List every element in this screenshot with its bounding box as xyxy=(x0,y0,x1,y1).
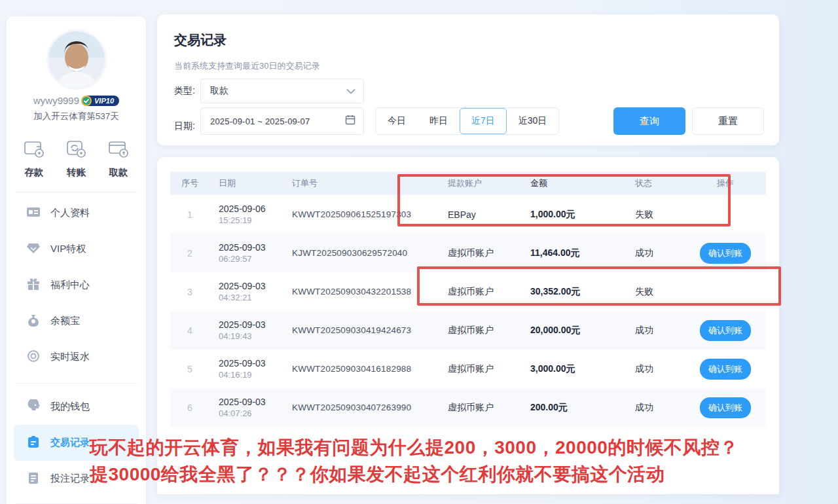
transaction-table: 序号 日期 订单号 提款账户 金额 状态 操作 1 2025-09-06 15:… xyxy=(170,171,766,427)
cell-amount: 11,464.00元 xyxy=(522,247,619,259)
col-header-no: 序号 xyxy=(170,177,210,189)
cell-amount: 30,352.00元 xyxy=(522,286,619,298)
query-button[interactable]: 查询 xyxy=(613,107,685,135)
cell-status: 成功 xyxy=(619,325,685,336)
cell-withdraw-account: 虚拟币账户 xyxy=(439,363,522,375)
sidebar: wywy9999 VIP10 加入开云体育第537天 xyxy=(7,16,146,504)
quick-actions: 存款 转账 取款 xyxy=(7,139,146,179)
cell-date: 2025-09-03 04:32:21 xyxy=(210,281,283,302)
bet-record-icon xyxy=(26,471,41,486)
vip-badge: VIP10 xyxy=(83,96,119,106)
cell-order-number: KWWT202509030407263990 xyxy=(283,403,439,412)
table-header-row: 序号 日期 订单号 提款账户 金额 状态 操作 xyxy=(170,171,766,195)
table-body: 1 2025-09-06 15:25:19 KWWT20250906152519… xyxy=(170,195,766,427)
type-select[interactable]: 取款 xyxy=(200,79,364,103)
sidebar-item-vip-privileges[interactable]: VIP特权 xyxy=(7,231,146,267)
cell-no: 4 xyxy=(170,325,210,336)
calendar-icon xyxy=(345,115,355,128)
cell-withdraw-account: EBPay xyxy=(439,209,522,220)
cell-order-number: KWWT202509061525197303 xyxy=(283,209,439,219)
sidebar-nav-top: 个人资料 VIP特权 福利中心 余额宝 实时返水 xyxy=(7,192,146,375)
sidebar-item-bet-records[interactable]: 投注记录 xyxy=(7,461,146,497)
gift-icon xyxy=(26,278,41,293)
cell-date: 2025-09-06 15:25:19 xyxy=(210,204,283,225)
rebate-icon xyxy=(26,350,41,365)
sidebar-item-personal-info[interactable]: 个人资料 xyxy=(7,195,146,231)
sidebar-item-yuebao[interactable]: 余额宝 xyxy=(7,303,146,339)
cell-order-number: KWWT202509030416182988 xyxy=(283,364,439,374)
cell-amount: 200.00元 xyxy=(522,402,619,414)
cell-date: 2025-09-03 06:29:57 xyxy=(210,242,283,264)
range-today-button[interactable]: 今日 xyxy=(376,108,418,134)
cell-amount: 1,000.00元 xyxy=(522,209,619,221)
date-range-input[interactable]: 2025-09-01 ~ 2025-09-07 xyxy=(200,107,364,135)
cell-order-number: KWWT202509030432201538 xyxy=(283,287,439,297)
sidebar-item-welfare-center[interactable]: 福利中心 xyxy=(7,267,146,303)
sidebar-item-my-wallet[interactable]: 我的钱包 xyxy=(7,389,146,425)
range-last30days-button[interactable]: 近30日 xyxy=(507,108,559,134)
range-last7days-button[interactable]: 近7日 xyxy=(460,108,507,134)
table-row: 5 2025-09-03 04:16:19 KWWT20250903041618… xyxy=(170,350,766,388)
cell-amount: 20,000.00元 xyxy=(522,325,619,336)
cell-no: 1 xyxy=(170,209,210,220)
table-row: 4 2025-09-03 04:19:43 KWWT20250903041942… xyxy=(170,311,766,350)
withdraw-button[interactable]: 取款 xyxy=(108,139,129,179)
page-title: 交易记录 xyxy=(174,31,227,49)
confirm-receipt-button[interactable]: 确认到账 xyxy=(700,320,751,341)
page-subtitle: 当前系统支持查询最近30日的交易记录 xyxy=(174,60,319,72)
cell-status: 成功 xyxy=(619,363,685,375)
cell-status: 失败 xyxy=(619,209,685,221)
cell-no: 2 xyxy=(170,248,210,259)
sidebar-nav-bottom: 我的钱包 交易记录 投注记录 xyxy=(7,384,146,497)
cell-date: 2025-09-03 04:07:26 xyxy=(210,397,283,418)
gem-icon xyxy=(26,242,41,257)
cell-status: 失败 xyxy=(619,286,685,298)
col-header-action: 操作 xyxy=(685,177,766,189)
confirm-receipt-button[interactable]: 确认到账 xyxy=(700,359,751,380)
date-label: 日期: xyxy=(174,120,195,132)
col-header-date: 日期 xyxy=(210,177,283,189)
cell-withdraw-account: 虚拟币账户 xyxy=(439,286,522,298)
cell-action: 确认到账 xyxy=(685,359,766,380)
range-yesterday-button[interactable]: 昨日 xyxy=(418,108,460,134)
confirm-receipt-button[interactable]: 确认到账 xyxy=(700,397,751,418)
table-row: 2 2025-09-03 06:29:57 KJWT20250903062957… xyxy=(170,234,766,272)
money-bag-icon xyxy=(26,314,41,329)
cell-status: 成功 xyxy=(619,247,685,259)
joined-days-text: 加入开云体育第537天 xyxy=(7,111,146,122)
cell-withdraw-account: 虚拟币账户 xyxy=(439,247,522,259)
table-row: 1 2025-09-06 15:25:19 KWWT20250906152519… xyxy=(170,195,766,234)
chevron-down-icon xyxy=(346,85,355,97)
cell-withdraw-account: 虚拟币账户 xyxy=(439,402,522,414)
cell-no: 5 xyxy=(170,364,210,374)
type-label: 类型: xyxy=(174,85,195,97)
cell-order-number: KJWT202509030629572040 xyxy=(283,248,439,258)
cell-date: 2025-09-03 04:16:19 xyxy=(210,358,283,380)
filter-panel: 交易记录 当前系统支持查询最近30日的交易记录 类型: 取款 日期: 2025-… xyxy=(157,14,779,145)
cell-action: 确认到账 xyxy=(685,320,766,341)
cell-status: 成功 xyxy=(619,402,685,414)
transfer-button[interactable]: 转账 xyxy=(66,139,87,179)
wallet-icon xyxy=(26,399,41,414)
sidebar-item-realtime-rebate[interactable]: 实时返水 xyxy=(7,339,146,375)
table-row: 3 2025-09-03 04:32:21 KWWT20250903043220… xyxy=(170,272,766,311)
quick-range-group: 今日 昨日 近7日 近30日 xyxy=(375,107,559,135)
date-range-value: 2025-09-01 ~ 2025-09-07 xyxy=(210,117,310,126)
cell-amount: 3,000.00元 xyxy=(522,363,619,375)
username: wywy9999 xyxy=(33,95,79,106)
cell-action: 确认到账 xyxy=(685,243,766,264)
table-row: 6 2025-09-03 04:07:26 KWWT20250903040726… xyxy=(170,388,766,427)
sidebar-item-transaction-records[interactable]: 交易记录 xyxy=(14,425,139,461)
cell-no: 3 xyxy=(170,287,210,297)
deposit-icon xyxy=(24,139,45,162)
col-header-status: 状态 xyxy=(619,177,685,189)
deposit-button[interactable]: 存款 xyxy=(24,139,45,179)
confirm-receipt-button[interactable]: 确认到账 xyxy=(700,243,751,264)
id-card-icon xyxy=(26,206,41,221)
reset-button[interactable]: 重置 xyxy=(692,107,764,135)
cell-order-number: KWWT202509030419424673 xyxy=(283,325,439,335)
cell-date: 2025-09-03 04:19:43 xyxy=(210,319,283,341)
cell-no: 6 xyxy=(170,403,210,413)
col-header-amount: 金额 xyxy=(522,177,619,189)
avatar[interactable] xyxy=(46,29,107,90)
